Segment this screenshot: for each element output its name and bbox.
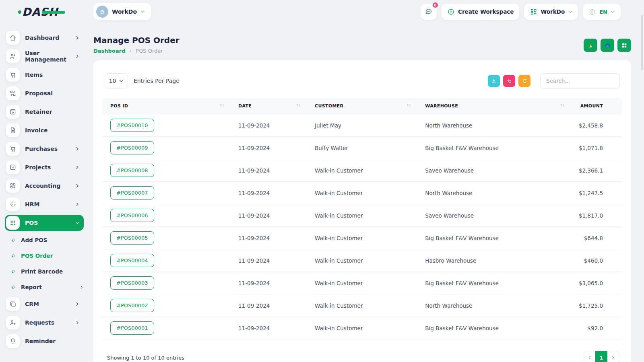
sort-icon[interactable]: ↑↓ (560, 103, 567, 107)
grid-view-button[interactable] (617, 39, 631, 52)
sidebar-item-retainer[interactable]: Retainer (5, 104, 84, 120)
warehouse-cell: Big Basket F&V Warehouse (417, 272, 571, 294)
google-drive-button[interactable] (584, 39, 597, 52)
sort-icon[interactable]: ↑↓ (406, 103, 413, 107)
grid-icon (621, 42, 627, 49)
bullet-icon (11, 285, 15, 289)
bell-icon (6, 334, 20, 348)
amount-cell: $2,458.8 (571, 114, 622, 137)
sidebar-item-purchases[interactable]: Purchases (5, 141, 84, 157)
chevron-right-icon (75, 54, 80, 59)
warehouse-cell: Big Basket F&V Warehouse (417, 317, 571, 339)
scrollbar-thumb[interactable] (641, 15, 643, 70)
entries-per-page-label: Entries Per Page (134, 78, 180, 84)
pos-id-button[interactable]: #POS00009 (110, 141, 154, 154)
pos-id-button[interactable]: #POS00002 (110, 299, 154, 312)
pagination: 1 (584, 351, 619, 362)
onedrive-button[interactable] (601, 39, 614, 52)
breadcrumb-dashboard-link[interactable]: Dashboard (93, 48, 125, 54)
amount-cell: $2,366.1 (571, 159, 622, 182)
chevron-right-icon (75, 202, 80, 207)
pos-id-button[interactable]: #POS00008 (110, 164, 154, 177)
export-button[interactable] (488, 75, 500, 87)
sidebar-item-proposal[interactable]: Proposal (5, 85, 84, 101)
table-header-row: POS ID↑↓ DATE↑↓ CUSTOMER↑↓ WAREHOUSE↑↓ A… (102, 98, 622, 114)
sidebar-item-requests[interactable]: Requests (5, 315, 84, 331)
search-input[interactable] (540, 73, 620, 88)
file-text-icon (6, 123, 20, 137)
table-row: #POS00007 11-09-2024 Walk-in Customer No… (102, 182, 622, 204)
chevron-down-icon (611, 10, 615, 14)
amount-cell: $1,071.8 (571, 137, 622, 159)
pos-id-button[interactable]: #POS00001 (110, 321, 154, 335)
workdo-menu-button[interactable]: WorkDo (524, 4, 578, 20)
previous-page-button[interactable] (584, 351, 595, 362)
focus-dots-icon (6, 197, 20, 211)
chevron-right-icon (75, 165, 80, 170)
date-cell: 11-09-2024 (230, 137, 307, 159)
chevron-right-icon (75, 183, 80, 188)
date-cell: 11-09-2024 (230, 227, 307, 249)
sidebar-item-dashboard[interactable]: Dashboard (5, 30, 84, 46)
brand-logo[interactable]: DASH (0, 6, 93, 18)
table-row: #POS00003 11-09-2024 Walk-in Customer Bi… (102, 272, 622, 294)
top-bar: DASH WorkDo 0 Create Workspace WorkDo EN (0, 0, 644, 23)
pos-id-button[interactable]: #POS00004 (110, 254, 154, 267)
page-number-button[interactable]: 1 (595, 351, 607, 362)
chevron-right-icon (75, 35, 80, 40)
amount-cell: $92.0 (571, 317, 622, 339)
sidebar-item-projects[interactable]: Projects (5, 159, 84, 175)
globe-icon (588, 8, 596, 16)
warehouse-cell: Big Basket F&V Warehouse (417, 227, 571, 249)
language-code: EN (599, 9, 607, 15)
sidebar-item-invoice[interactable]: Invoice (5, 122, 84, 138)
column-header-customer: CUSTOMER↑↓ (307, 98, 417, 114)
save-icon (6, 105, 20, 119)
customer-cell: Walk-in Customer (307, 294, 417, 317)
chevron-right-icon (128, 49, 132, 53)
sidebar-item-accounting[interactable]: Accounting (5, 178, 84, 194)
table-row: #POS00009 11-09-2024 Buffy Walter Big Ba… (102, 137, 622, 159)
reset-button[interactable] (503, 75, 515, 87)
plus-circle-icon (447, 8, 455, 16)
sidebar-subitem-report[interactable]: Report (5, 280, 84, 294)
entries-per-page-select[interactable]: 10 (105, 73, 128, 88)
chevron-right-icon (75, 302, 80, 306)
sidebar-item-reminder[interactable]: Reminder (5, 333, 84, 349)
breadcrumb-current: POS Order (136, 48, 163, 54)
pos-id-button[interactable]: #POS00006 (110, 209, 154, 222)
pos-id-button[interactable]: #POS00007 (110, 186, 154, 200)
sidebar-subitem-pos-order[interactable]: POS Order (5, 249, 84, 263)
sidebar-item-pos[interactable]: POS (5, 215, 84, 231)
next-page-button[interactable] (607, 351, 619, 362)
create-workspace-button[interactable]: Create Workspace (442, 4, 519, 20)
pos-order-table: POS ID↑↓ DATE↑↓ CUSTOMER↑↓ WAREHOUSE↑↓ A… (102, 98, 622, 339)
table-row: #POS00005 11-09-2024 Walk-in Customer Bi… (102, 227, 622, 249)
sidebar-item-user-management[interactable]: User Management (5, 48, 84, 64)
table-row: #POS00006 11-09-2024 Walk-in Customer Sa… (102, 204, 622, 227)
cart-icon (6, 68, 20, 82)
customer-cell: Walk-in Customer (307, 204, 417, 227)
table-row: #POS00010 11-09-2024 Juliet May North Wa… (102, 114, 622, 137)
sidebar-item-hrm[interactable]: HRM (5, 196, 84, 212)
table-row: #POS00008 11-09-2024 Walk-in Customer Sa… (102, 159, 622, 182)
table-row: #POS00004 11-09-2024 Walk-in Customer Ha… (102, 249, 622, 272)
cart-icon (6, 142, 20, 156)
sidebar-item-items[interactable]: Items (5, 67, 84, 83)
amount-cell: $3,065.0 (571, 272, 622, 294)
sort-icon[interactable]: ↑↓ (296, 103, 303, 107)
language-selector[interactable]: EN (583, 4, 621, 20)
building-icon (99, 8, 105, 15)
pos-id-button[interactable]: #POS00010 (110, 119, 154, 132)
workspace-selector[interactable]: WorkDo (93, 3, 151, 20)
refresh-button[interactable] (518, 75, 530, 87)
sidebar-item-crm[interactable]: CRM (5, 296, 84, 312)
swap-boxes-icon (6, 86, 20, 100)
sidebar-subitem-print-barcode[interactable]: Print Barcode (5, 265, 84, 278)
check-square-icon (6, 160, 20, 174)
sort-icon[interactable]: ↑↓ (219, 103, 226, 107)
pos-id-button[interactable]: #POS00005 (110, 231, 154, 245)
messenger-button[interactable]: 0 (421, 4, 437, 20)
sidebar-subitem-add-pos[interactable]: Add POS (5, 233, 84, 247)
pos-id-button[interactable]: #POS00003 (110, 276, 154, 290)
